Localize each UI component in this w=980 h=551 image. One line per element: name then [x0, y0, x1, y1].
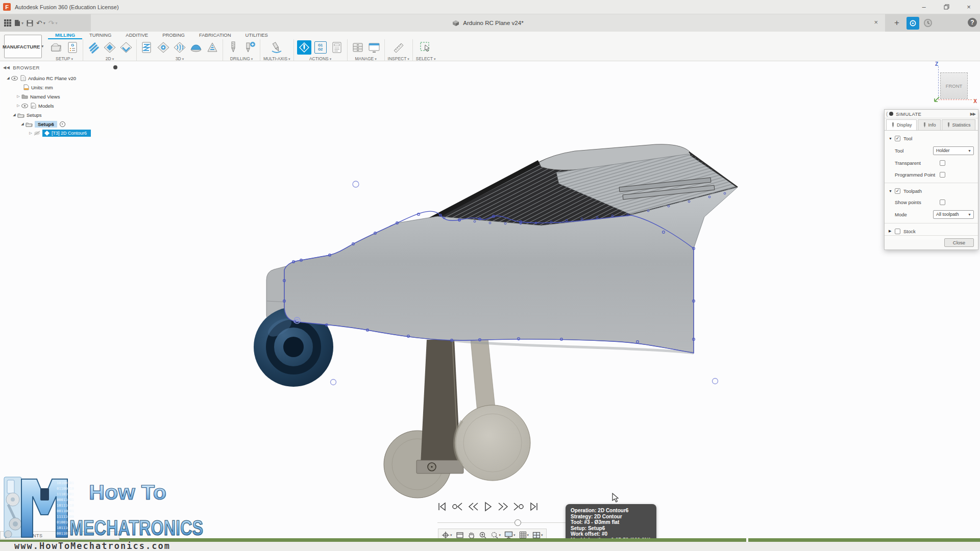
tab-probing[interactable]: PROBING [155, 32, 192, 39]
3d-adaptive-icon[interactable] [140, 40, 154, 55]
grid-settings-icon[interactable]: ▾ [519, 531, 529, 539]
visibility-eye-icon[interactable] [11, 76, 18, 81]
document-tab[interactable]: Arduino RC Plane v24* × [91, 14, 885, 32]
group-label-inspect[interactable]: INSPECT [388, 56, 409, 61]
browser-item-named-views[interactable]: ▷ Named Views [1, 92, 119, 101]
tab-fabrication[interactable]: FABRICATION [192, 32, 238, 39]
go-to-start-button[interactable] [437, 502, 447, 511]
drill-icon[interactable] [226, 40, 240, 55]
tab-info[interactable]: Info [918, 119, 941, 130]
expand-arrow-icon[interactable]: ◢ [11, 113, 17, 117]
undo-icon[interactable]: ↶▾ [36, 19, 45, 27]
tab-display[interactable]: Display [886, 119, 917, 130]
front-wheel[interactable] [455, 405, 530, 481]
group-label-drilling[interactable]: DRILLING [230, 56, 253, 61]
collapsed-arrow-icon[interactable]: ▷ [15, 94, 21, 98]
toolpath-section-header[interactable]: ▼ ✓ Toolpath [885, 185, 978, 196]
viewports-icon[interactable]: ▾ [532, 532, 543, 539]
group-label-setup[interactable]: SETUP [56, 56, 73, 61]
select-icon[interactable] [419, 40, 433, 55]
multi-axis-icon[interactable] [270, 40, 284, 55]
tool-checkbox[interactable]: ✓ [895, 136, 900, 141]
browser-header[interactable]: ◀◀ BROWSER [1, 63, 119, 71]
recent-files-clock-icon[interactable] [923, 18, 933, 30]
previous-operation-button[interactable] [452, 502, 463, 511]
group-label-manage[interactable]: MANAGE [355, 56, 376, 61]
view-cube[interactable]: FRONT Z X [929, 62, 976, 104]
play-button[interactable] [483, 502, 493, 512]
restore-button[interactable] [935, 0, 958, 14]
display-settings-dot-icon[interactable] [113, 65, 117, 69]
new-setup-icon[interactable] [49, 40, 63, 55]
browser-item-models[interactable]: ▷ Models [1, 101, 119, 110]
show-points-checkbox[interactable] [940, 199, 945, 205]
measure-icon[interactable] [391, 40, 406, 55]
group-label-multi-axis[interactable]: MULTI-AXIS [263, 56, 290, 61]
2d-pocket-icon[interactable] [103, 40, 117, 55]
expand-arrow-icon[interactable]: ◢ [5, 76, 11, 80]
tool-section-header[interactable]: ▼ ✓ Tool [885, 133, 978, 144]
2d-adaptive-icon[interactable] [86, 40, 101, 55]
close-button[interactable]: × [958, 0, 980, 14]
selected-operation[interactable]: [T3] 2D Contour6 [42, 130, 91, 137]
tab-close-icon[interactable]: × [874, 18, 878, 26]
visibility-eye-icon[interactable] [21, 104, 28, 108]
new-drill-icon[interactable] [242, 40, 257, 55]
group-label-actions[interactable]: ACTIONS [309, 56, 331, 61]
go-to-end-button[interactable] [529, 502, 539, 511]
stock-checkbox[interactable] [895, 229, 900, 234]
job-status-icon[interactable] [906, 17, 919, 30]
tab-additive[interactable]: ADDITIVE [118, 32, 155, 39]
browser-item-operation[interactable]: ▷ [T3] 2D Contour6 [1, 129, 119, 138]
file-menu-icon[interactable]: ▾ [14, 19, 23, 27]
browser-item-units[interactable]: Units: mm [1, 83, 119, 92]
simulate-icon[interactable] [297, 40, 311, 55]
save-icon[interactable] [27, 20, 33, 27]
look-at-icon[interactable] [456, 532, 464, 539]
view-cube-front-face[interactable]: FRONT [940, 72, 968, 99]
2d-contour-icon[interactable] [119, 40, 133, 55]
browser-item-setups[interactable]: ◢ Setups [1, 110, 119, 119]
selected-setup-label[interactable]: Setup6 [35, 121, 57, 128]
mode-dropdown[interactable]: All toolpath▼ [933, 210, 974, 219]
section-expand-icon[interactable]: ▼ [889, 189, 895, 193]
group-label-3d[interactable]: 3D [176, 56, 184, 61]
tab-milling[interactable]: MILLING [48, 32, 82, 39]
step-forward-button[interactable] [497, 502, 508, 511]
slider-handle[interactable] [514, 519, 521, 526]
nc-program-icon[interactable]: G [65, 40, 80, 55]
help-icon[interactable]: ? [968, 18, 977, 27]
suppressed-eye-icon[interactable] [34, 131, 40, 136]
app-grid-icon[interactable] [4, 19, 11, 27]
drag-grip-icon[interactable]: ( [886, 111, 888, 117]
minimize-button[interactable]: – [913, 0, 935, 14]
workspace-selector[interactable]: MANUFACTURE▾ [4, 35, 42, 58]
tab-statistics[interactable]: Statistics [942, 119, 975, 130]
browser-item-setup6[interactable]: ◢ Setup6 [1, 119, 119, 129]
simulate-header[interactable]: ( SIMULATE ▶▶ [885, 110, 978, 118]
next-operation-button[interactable] [513, 502, 524, 511]
3d-spiral-icon[interactable] [205, 40, 219, 55]
collapsed-arrow-icon[interactable]: ▷ [28, 131, 34, 135]
expand-arrow-icon[interactable]: ◢ [19, 122, 26, 126]
redo-icon[interactable]: ↷▾ [48, 19, 58, 27]
tool-library-icon[interactable] [351, 40, 365, 55]
programmed-point-checkbox[interactable] [940, 172, 945, 178]
3d-pocket-icon[interactable] [156, 40, 170, 55]
new-tab-button[interactable]: + [890, 16, 903, 30]
setup-sheet-icon[interactable] [330, 40, 344, 55]
tab-utilities[interactable]: UTILITIES [238, 32, 275, 39]
close-button[interactable]: Close [944, 238, 974, 247]
browser-item-root[interactable]: ◢ Arduino RC Plane v20 [1, 73, 119, 83]
step-back-button[interactable] [468, 502, 479, 511]
model-viewport[interactable]: ◀◀ BROWSER ◢ Arduino RC Plane v20 Units:… [0, 61, 980, 551]
3d-parallel-icon[interactable] [173, 40, 187, 55]
pan-icon[interactable] [468, 531, 475, 539]
group-label-select[interactable]: SELECT [416, 56, 436, 61]
display-settings-icon[interactable]: ▾ [504, 531, 516, 539]
tool-dropdown[interactable]: Holder▼ [933, 146, 974, 155]
tab-turning[interactable]: TURNING [82, 32, 118, 39]
section-collapsed-icon[interactable]: ▶ [889, 229, 895, 233]
section-expand-icon[interactable]: ▼ [889, 137, 895, 140]
task-manager-icon[interactable] [367, 40, 381, 55]
